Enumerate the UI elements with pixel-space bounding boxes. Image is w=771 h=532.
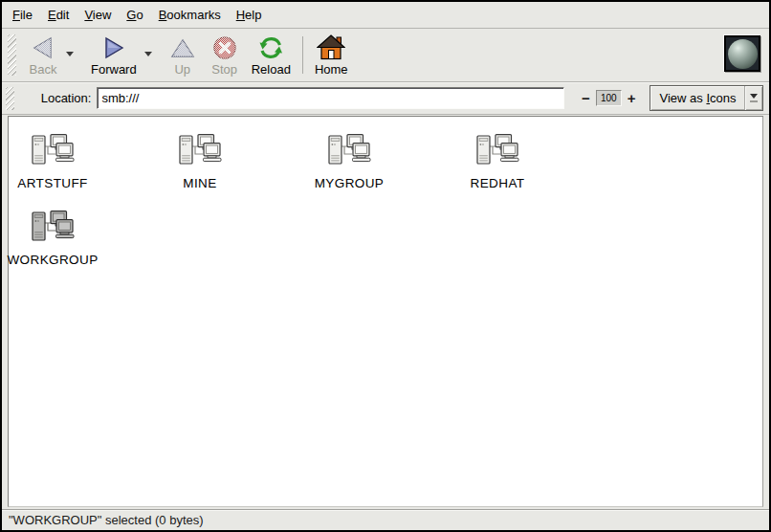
network-item-artstuff[interactable]: ARTSTUFF [3,132,102,190]
forward-history-dropdown[interactable] [143,50,154,58]
network-workgroup-icon [475,132,520,170]
up-button[interactable]: Up [162,31,204,79]
back-button[interactable]: Back [22,31,64,79]
chevron-down-icon [144,52,152,56]
up-icon [170,35,195,60]
stop-icon [212,35,237,60]
icon-label: MINE [183,176,216,190]
forward-icon [101,35,126,60]
location-bar-drag-handle[interactable] [6,87,14,110]
network-workgroup-icon [327,132,372,170]
status-text: "WORKGROUP" selected (0 bytes) [9,513,204,527]
location-bar: Location: − 100 + View as Icons [2,82,769,115]
toolbar-separator [302,36,303,74]
network-workgroup-icon [31,209,76,247]
location-input[interactable] [97,87,564,109]
nautilus-window: File Edit View Go Bookmarks Help Back [0,0,771,532]
network-item-workgroup[interactable]: WORKGROUP [3,209,102,267]
chevron-down-icon [66,52,74,56]
view-as-label: View as Icons [650,91,744,105]
network-item-mine[interactable]: MINE [150,132,250,190]
throbber-icon [724,35,760,72]
network-workgroup-icon [31,132,76,170]
zoom-in-button[interactable]: + [624,89,640,108]
forward-label: Forward [91,63,137,77]
view-as-dropdown[interactable]: View as Icons [650,85,763,111]
icon-label: WORKGROUP [7,253,98,267]
reload-icon [258,35,284,60]
throbber-sphere [728,39,758,69]
menu-edit[interactable]: Edit [40,4,77,26]
network-item-redhat[interactable]: REDHAT [448,132,547,190]
content-frame: ARTSTUFF MINE MYGROUP REDHAT WORKGROUP [2,115,769,509]
network-workgroup-icon [178,132,223,170]
menu-help[interactable]: Help [229,4,270,26]
menu-file[interactable]: File [5,4,40,26]
location-label: Location: [41,91,92,105]
back-label: Back [30,63,57,77]
zoom-out-button[interactable]: − [578,89,594,108]
reload-button[interactable]: Reload [246,31,297,79]
menu-view[interactable]: View [77,4,119,26]
icon-label: MYGROUP [315,176,385,190]
home-button[interactable]: Home [309,31,354,79]
dropdown-indicator-icon [744,86,762,110]
icon-label: REDHAT [471,176,525,190]
toolbar: Back Forward Up [2,29,769,82]
icon-view-canvas[interactable]: ARTSTUFF MINE MYGROUP REDHAT WORKGROUP [8,116,763,507]
stop-button[interactable]: Stop [204,31,246,79]
reload-label: Reload [252,63,291,77]
toolbar-drag-handle[interactable] [8,34,16,76]
up-label: Up [174,63,190,77]
stop-label: Stop [211,63,237,77]
status-bar: "WORKGROUP" selected (0 bytes) [2,509,769,530]
home-icon [317,34,345,60]
menu-go[interactable]: Go [119,4,150,26]
back-history-dropdown[interactable] [64,50,76,58]
network-item-mygroup[interactable]: MYGROUP [299,132,399,190]
menubar: File Edit View Go Bookmarks Help [2,2,769,29]
menu-bookmarks[interactable]: Bookmarks [151,4,229,26]
home-label: Home [315,63,348,77]
forward-button[interactable]: Forward [85,31,143,79]
back-icon [31,35,55,60]
zoom-level-indicator: 100 [596,90,622,106]
icon-label: ARTSTUFF [17,176,87,190]
